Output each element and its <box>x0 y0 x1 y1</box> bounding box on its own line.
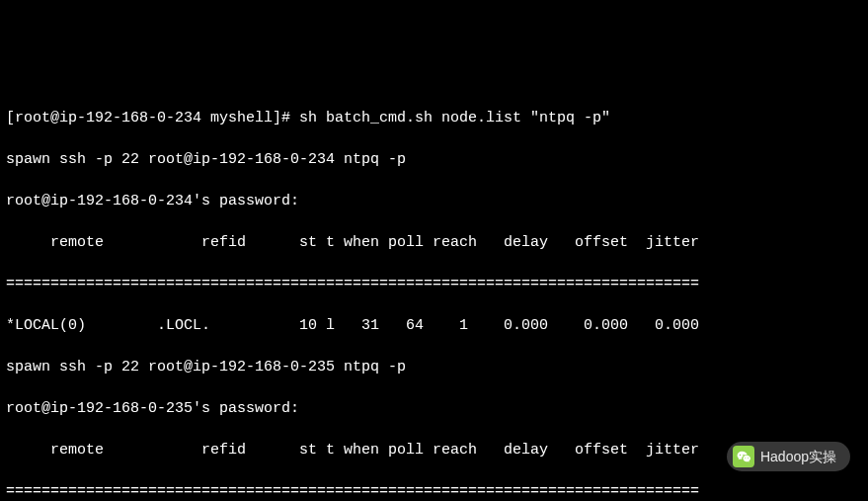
wechat-icon <box>733 446 754 467</box>
password-prompt: root@ip-192-168-0-235's password: <box>6 398 862 419</box>
ntpq-row: *LOCAL(0) .LOCL. 10 l 31 64 1 0.000 0.00… <box>6 315 862 336</box>
divider-line: ========================================… <box>6 481 862 501</box>
divider-line: ========================================… <box>6 274 862 294</box>
password-prompt: root@ip-192-168-0-234's password: <box>6 191 862 211</box>
terminal-output: [root@ip-192-168-0-234 myshell]# sh batc… <box>0 83 868 501</box>
spawn-line: spawn ssh -p 22 root@ip-192-168-0-235 nt… <box>6 357 862 377</box>
watermark-badge: Hadoop实操 <box>727 442 850 471</box>
shell-prompt-line: [root@ip-192-168-0-234 myshell]# sh batc… <box>6 108 862 128</box>
ntpq-header: remote refid st t when poll reach delay … <box>6 232 862 253</box>
watermark-text: Hadoop实操 <box>760 447 836 467</box>
spawn-line: spawn ssh -p 22 root@ip-192-168-0-234 nt… <box>6 149 862 170</box>
